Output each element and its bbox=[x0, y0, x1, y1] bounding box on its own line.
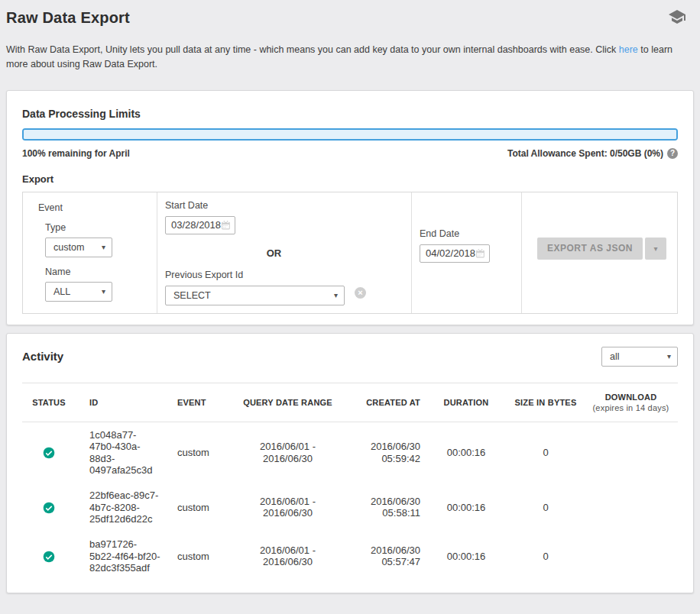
table-header-row: STATUS ID EVENT QUERY DATE RANGE CREATED… bbox=[22, 383, 678, 422]
event-group-label: Event bbox=[38, 202, 157, 213]
header-size-in-bytes: SIZE IN BYTES bbox=[507, 383, 584, 422]
header-download-label: DOWNLOAD bbox=[587, 393, 675, 403]
event-name-dropdown[interactable]: ALL ▾ bbox=[45, 282, 112, 302]
export-format-dropdown-button[interactable]: ▾ bbox=[645, 238, 666, 260]
event-group: Type custom ▾ Name ALL ▾ bbox=[45, 222, 157, 302]
export-as-json-button[interactable]: EXPORT AS JSON bbox=[537, 238, 643, 260]
event-type-value: custom bbox=[53, 242, 84, 253]
download-cell bbox=[584, 422, 678, 483]
export-heading: Export bbox=[22, 173, 678, 185]
event-name-value: ALL bbox=[53, 286, 70, 297]
event-cell: custom bbox=[164, 532, 236, 580]
event-column: Event Type custom ▾ Name ALL ▾ bbox=[23, 192, 157, 313]
data-limit-progress-bar bbox=[22, 128, 678, 141]
previous-export-label: Previous Export Id bbox=[165, 270, 411, 280]
event-cell: custom bbox=[164, 422, 236, 483]
header-duration: DURATION bbox=[425, 383, 507, 422]
page-header: Raw Data Export bbox=[6, 6, 694, 27]
size-cell: 0 bbox=[507, 483, 584, 532]
remaining-label: 100% remaining for April bbox=[22, 148, 130, 159]
end-date-label: End Date bbox=[420, 228, 521, 239]
header-id: ID bbox=[76, 383, 164, 422]
intro-text: With Raw Data Export, Unity lets you pul… bbox=[6, 43, 694, 72]
end-date-input[interactable]: 04/02/2018 bbox=[420, 244, 490, 263]
duration-cell: 00:00:16 bbox=[425, 483, 507, 532]
status-cell bbox=[22, 483, 76, 532]
size-cell: 0 bbox=[507, 422, 584, 483]
created-at-cell: 2016/06/30 05:59:42 bbox=[339, 422, 425, 483]
download-cell bbox=[584, 532, 678, 580]
success-check-icon bbox=[43, 447, 55, 459]
success-check-icon bbox=[43, 551, 55, 563]
page-title: Raw Data Export bbox=[6, 9, 130, 27]
previous-export-row: SELECT ▾ × bbox=[165, 281, 411, 305]
activity-card: Activity all ▾ STATUS ID EVENT QUERY DAT… bbox=[6, 333, 694, 594]
table-row: 1c048a77-47b0-430a-88d3-0497afa25c3d cus… bbox=[22, 422, 678, 483]
header-query-date-range: QUERY DATE RANGE bbox=[236, 383, 339, 422]
size-cell: 0 bbox=[507, 532, 584, 580]
export-split-button: EXPORT AS JSON ▾ bbox=[537, 238, 677, 260]
header-created-at: CREATED AT bbox=[339, 383, 425, 422]
table-row: 22bf6eac-89c7-4b7c-8208-25df12d6d22c cus… bbox=[22, 483, 678, 532]
event-cell: custom bbox=[164, 483, 236, 532]
chevron-down-icon: ▾ bbox=[102, 244, 105, 251]
raw-data-export-page: Raw Data Export With Raw Data Export, Un… bbox=[0, 0, 700, 599]
start-date-value: 03/28/2018 bbox=[171, 219, 221, 231]
download-cell bbox=[584, 483, 678, 532]
end-date-column: End Date 04/02/2018 bbox=[411, 192, 521, 313]
activity-table: STATUS ID EVENT QUERY DATE RANGE CREATED… bbox=[22, 383, 678, 581]
header-download: DOWNLOAD (expires in 14 days) bbox=[584, 383, 678, 422]
start-date-input[interactable]: 03/28/2018 bbox=[165, 216, 235, 234]
name-label: Name bbox=[45, 267, 157, 277]
export-box: Event Type custom ▾ Name ALL ▾ Start Dat… bbox=[22, 192, 678, 314]
end-date-value: 04/02/2018 bbox=[426, 247, 475, 259]
query-date-range-cell: 2016/06/01 - 2016/06/30 bbox=[236, 532, 339, 580]
created-at-cell: 2016/06/30 05:58:11 bbox=[339, 483, 425, 532]
dates-column: Start Date 03/28/2018 OR Previous Export… bbox=[157, 192, 411, 313]
allowance-wrap: Total Allowance Spent: 0/50GB (0%) ? bbox=[507, 148, 678, 159]
limits-heading: Data Processing Limits bbox=[22, 108, 678, 120]
id-cell: 1c048a77-47b0-430a-88d3-0497afa25c3d bbox=[76, 422, 164, 483]
calendar-icon[interactable] bbox=[475, 248, 485, 259]
previous-export-value: SELECT bbox=[173, 290, 211, 301]
table-row: ba971726-5b22-4f64-bf20-82dc3f355adf cus… bbox=[22, 532, 678, 580]
action-column: EXPORT AS JSON ▾ bbox=[521, 192, 677, 313]
header-download-sub: (expires in 14 days) bbox=[587, 403, 675, 414]
chevron-down-icon: ▾ bbox=[102, 288, 105, 296]
school-icon[interactable] bbox=[668, 8, 686, 26]
limits-status-row: 100% remaining for April Total Allowance… bbox=[22, 148, 678, 159]
learn-more-link[interactable]: here bbox=[619, 44, 638, 55]
clear-icon[interactable]: × bbox=[355, 287, 366, 299]
event-type-dropdown[interactable]: custom ▾ bbox=[45, 238, 112, 257]
or-label: OR bbox=[165, 247, 383, 259]
activity-header: Activity all ▾ bbox=[22, 347, 678, 367]
status-cell bbox=[22, 422, 76, 483]
chevron-down-icon: ▾ bbox=[334, 292, 338, 299]
activity-table-body: 1c048a77-47b0-430a-88d3-0497afa25c3d cus… bbox=[22, 422, 678, 581]
activity-filter-dropdown[interactable]: all ▾ bbox=[601, 347, 678, 367]
start-date-label: Start Date bbox=[165, 200, 411, 211]
previous-export-dropdown[interactable]: SELECT ▾ bbox=[165, 286, 345, 305]
query-date-range-cell: 2016/06/01 - 2016/06/30 bbox=[236, 483, 339, 532]
activity-filter-value: all bbox=[610, 351, 620, 362]
success-check-icon bbox=[43, 502, 55, 514]
progress-fill bbox=[24, 130, 676, 139]
query-date-range-cell: 2016/06/01 - 2016/06/30 bbox=[236, 422, 339, 483]
header-status: STATUS bbox=[22, 383, 76, 422]
created-at-cell: 2016/06/30 05:57:47 bbox=[339, 532, 425, 580]
intro-before: With Raw Data Export, Unity lets you pul… bbox=[6, 44, 619, 55]
chevron-down-icon: ▾ bbox=[653, 244, 657, 253]
duration-cell: 00:00:16 bbox=[425, 422, 507, 483]
help-icon[interactable]: ? bbox=[667, 148, 678, 159]
type-label: Type bbox=[45, 222, 157, 233]
allowance-label: Total Allowance Spent: 0/50GB (0%) bbox=[507, 148, 663, 159]
activity-heading: Activity bbox=[22, 350, 63, 363]
duration-cell: 00:00:16 bbox=[425, 532, 507, 580]
header-event: EVENT bbox=[164, 383, 236, 422]
chevron-down-icon: ▾ bbox=[667, 353, 671, 360]
id-cell: 22bf6eac-89c7-4b7c-8208-25df12d6d22c bbox=[76, 483, 164, 532]
calendar-icon[interactable] bbox=[221, 220, 231, 231]
id-cell: ba971726-5b22-4f64-bf20-82dc3f355adf bbox=[76, 532, 164, 580]
status-cell bbox=[22, 532, 76, 580]
data-processing-limits-card: Data Processing Limits 100% remaining fo… bbox=[6, 90, 694, 325]
